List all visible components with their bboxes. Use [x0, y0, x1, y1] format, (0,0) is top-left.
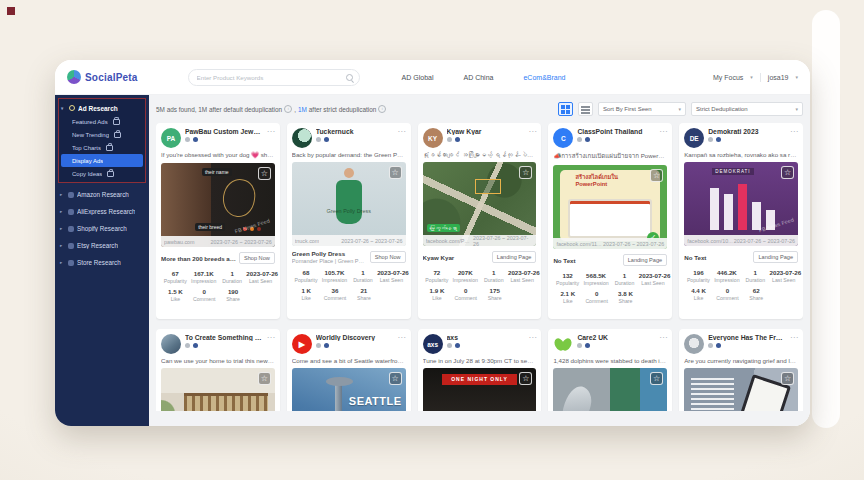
sidebar-item-shopify-research[interactable]: ▸ Shopify Research — [58, 220, 146, 237]
sidebar-item-ad-research[interactable]: ▾ Ad Research — [61, 101, 143, 115]
advertiser-name[interactable]: Worldly Discovery — [316, 334, 394, 341]
advertiser-avatar[interactable]: PA — [161, 128, 181, 148]
advertiser-avatar[interactable]: axs — [423, 334, 443, 354]
more-menu-icon[interactable]: ⋯ — [659, 128, 667, 136]
more-menu-icon[interactable]: ⋯ — [790, 128, 798, 136]
advertiser-avatar[interactable]: DE — [684, 128, 704, 148]
ad-domain[interactable]: tnuck.com — [295, 238, 320, 244]
user-menu[interactable]: josa19 — [768, 74, 789, 81]
action-button[interactable]: Shop Now — [370, 251, 406, 263]
sidebar-item-top-charts[interactable]: Top Charts — [61, 141, 143, 154]
grid-view-button[interactable] — [558, 102, 573, 116]
search-input[interactable] — [195, 73, 346, 82]
ad-image[interactable]: ☆ ONE NIGHT ONLY — [423, 368, 537, 411]
favorite-star-icon[interactable]: ☆ — [650, 169, 663, 182]
advertiser-name[interactable]: Kyaw Kyar — [447, 128, 525, 135]
sidebar-item-etsy-research[interactable]: ▸ Etsy Research — [58, 237, 146, 254]
favorite-star-icon[interactable]: ☆ — [258, 372, 271, 385]
info-icon[interactable] — [284, 105, 292, 113]
ad-card[interactable]: KY Kyaw Kyar ⋯ ရုံးခန်းထားချင် အကြိုများ… — [418, 123, 542, 319]
ad-date-range: 2023-07-26 ~ 2023-07-26 — [734, 238, 795, 244]
card-header: ▶ Worldly Discovery ⋯ — [292, 334, 406, 354]
ad-image[interactable]: ☆ — [161, 368, 275, 411]
more-menu-icon[interactable]: ⋯ — [528, 334, 536, 342]
favorite-star-icon[interactable]: ☆ — [781, 166, 794, 179]
sort-select[interactable]: Sort By First Seen ▾ — [598, 102, 686, 116]
nav-ecom-brand[interactable]: eCom&Brand — [523, 74, 565, 81]
ad-card[interactable]: ▶ Worldly Discovery ⋯ Come and see a bit… — [287, 329, 411, 411]
info-icon[interactable] — [378, 105, 386, 113]
favorite-star-icon[interactable]: ☆ — [258, 167, 271, 180]
ad-card[interactable]: C ClassPoint Thailand ⋯ 📣การสร้างเกมเปิด… — [548, 123, 672, 319]
favorite-star-icon[interactable]: ☆ — [519, 372, 532, 385]
advertiser-name[interactable]: axs — [447, 334, 525, 341]
ad-card[interactable]: Tuckernuck ⋯ Back by popular demand: the… — [287, 123, 411, 319]
more-menu-icon[interactable]: ⋯ — [267, 128, 275, 136]
more-menu-icon[interactable]: ⋯ — [398, 334, 406, 342]
advertiser-avatar[interactable]: ▶ — [292, 334, 312, 354]
my-focus-menu[interactable]: My Focus — [713, 74, 743, 81]
ad-card[interactable]: Everyone Has The Freedom To... ⋯ Are you… — [679, 329, 803, 411]
sidebar-item-display-ads[interactable]: Display Ads — [61, 154, 143, 167]
advertiser-name[interactable]: PawBau Custom Jewelry — [185, 128, 263, 135]
more-menu-icon[interactable]: ⋯ — [398, 128, 406, 136]
advertiser-avatar[interactable] — [553, 334, 573, 354]
ad-image[interactable]: ☆ DEMOKRATI FB News Feed facebook.com/10… — [684, 162, 798, 246]
advertiser-name[interactable]: Care2 UK — [577, 334, 655, 341]
list-view-button[interactable] — [578, 102, 593, 116]
advertiser-avatar[interactable] — [292, 128, 312, 148]
advertiser-name[interactable]: Demokrati 2023 — [708, 128, 786, 135]
advertiser-avatar[interactable]: C — [553, 128, 573, 148]
sidebar-item-amazon-research[interactable]: ▸ Amazon Research — [58, 186, 146, 203]
ad-domain[interactable]: pawbau.com — [164, 239, 195, 245]
action-button[interactable]: Landing Page — [623, 254, 668, 266]
advertiser-avatar[interactable] — [161, 334, 181, 354]
search-box[interactable] — [188, 69, 360, 86]
nav-ad-global[interactable]: AD Global — [402, 74, 434, 81]
ad-image[interactable]: ☆ their name their breed FB News Feed pa… — [161, 163, 275, 247]
ad-card[interactable]: Care2 UK ⋯ 1,428 dolphins were stabbed t… — [548, 329, 672, 411]
advertiser-name[interactable]: Tuckernuck — [316, 128, 394, 135]
advertiser-avatar[interactable]: KY — [423, 128, 443, 148]
ad-card[interactable]: DE Demokrati 2023 ⋯ Kampaň sa rozbieha, … — [679, 123, 803, 319]
chevron-down-icon: ▾ — [795, 74, 798, 80]
action-button[interactable]: Landing Page — [492, 251, 537, 263]
ad-image[interactable]: ☆ — [684, 368, 798, 411]
favorite-star-icon[interactable]: ☆ — [519, 166, 532, 179]
favorite-star-icon[interactable]: ☆ — [781, 372, 794, 385]
more-menu-icon[interactable]: ⋯ — [790, 334, 798, 342]
dedup-select[interactable]: Strict Deduplication ▾ — [691, 102, 803, 116]
favorite-star-icon[interactable]: ☆ — [650, 372, 663, 385]
ad-image[interactable]: ☆ สร้างสไลด์เกมใน PowerPoint ✓ facebook.… — [553, 165, 667, 249]
action-button[interactable]: Shop Now — [239, 252, 275, 264]
ad-domain[interactable]: facebook.com/PYG... — [426, 238, 473, 244]
favorite-star-icon[interactable]: ☆ — [389, 372, 402, 385]
sidebar-item-copy-ideas[interactable]: Copy Ideas — [61, 167, 143, 180]
sidebar-item-new-trending[interactable]: New Trending — [61, 128, 143, 141]
ad-domain[interactable]: facebook.com/10... — [687, 238, 733, 244]
platform-icons — [185, 343, 263, 348]
ad-card[interactable]: axs axs ⋯ Tune in on July 28 at 9:30pm C… — [418, 329, 542, 411]
sidebar: ▾ Ad Research Featured Ads New Trending … — [55, 95, 149, 426]
ad-domain[interactable]: facebook.com/11... — [556, 241, 601, 247]
more-menu-icon[interactable]: ⋯ — [659, 334, 667, 342]
advertiser-name[interactable]: ClassPoint Thailand — [577, 128, 655, 135]
advertiser-name[interactable]: Everyone Has The Freedom To... — [708, 334, 786, 341]
socialpeta-logo[interactable]: SocialPeta — [67, 70, 138, 84]
more-menu-icon[interactable]: ⋯ — [528, 128, 536, 136]
advertiser-avatar[interactable] — [684, 334, 704, 354]
sidebar-item-featured-ads[interactable]: Featured Ads — [61, 115, 143, 128]
ad-image[interactable]: ☆ SEATTLE WASHINGTON — [292, 368, 406, 411]
ad-image[interactable]: ☆ မြေကွက်နေရာ facebook.com/PYG... 2023-0… — [423, 162, 537, 246]
sidebar-item-aliexpress-research[interactable]: ▸ AliExpress Research — [58, 203, 146, 220]
favorite-star-icon[interactable]: ☆ — [389, 166, 402, 179]
ad-image[interactable]: ☆ Green Polly Dress tnuck.com 2023-07-26… — [292, 162, 406, 246]
sidebar-item-store-research[interactable]: ▸ Store Research — [58, 254, 146, 271]
ad-card[interactable]: PA PawBau Custom Jewelry ⋯ If you're obs… — [156, 123, 280, 319]
ad-card[interactable]: To Create Something Exceptio... ⋯ Can we… — [156, 329, 280, 411]
more-menu-icon[interactable]: ⋯ — [267, 334, 275, 342]
advertiser-name[interactable]: To Create Something Exceptio... — [185, 334, 263, 341]
action-button[interactable]: Landing Page — [753, 251, 798, 263]
nav-ad-china[interactable]: AD China — [464, 74, 494, 81]
ad-image[interactable]: ☆ — [553, 368, 667, 411]
